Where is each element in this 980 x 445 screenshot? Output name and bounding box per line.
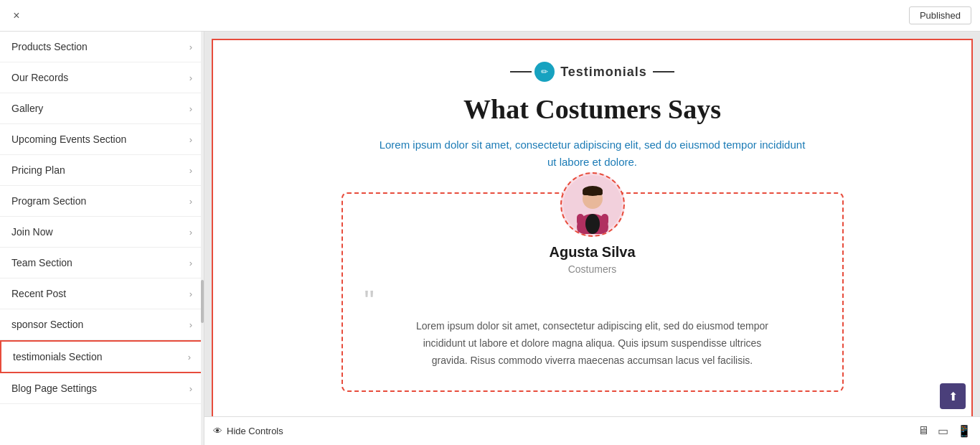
chevron-right-icon: ›: [188, 352, 191, 362]
sidebar-item-label: Upcoming Events Section: [11, 134, 126, 145]
heading-line-right: [653, 71, 674, 72]
chevron-right-icon: ›: [189, 72, 192, 83]
close-button[interactable]: ×: [9, 8, 24, 24]
right-line: [653, 71, 674, 72]
mobile-icon[interactable]: 📱: [957, 424, 971, 438]
svg-point-2: [585, 214, 600, 234]
sidebar-item-label: Our Records: [11, 72, 68, 83]
heading-line-left: ✏: [510, 62, 555, 82]
left-line: [510, 71, 532, 72]
sidebar-item-sponsor-section[interactable]: sponsor Section ›: [0, 309, 204, 340]
chevron-right-icon: ›: [189, 103, 192, 114]
person-name: Agusta Silva: [549, 244, 635, 261]
chevron-right-icon: ›: [189, 196, 192, 207]
avatar-container: [560, 172, 625, 237]
desktop-icon[interactable]: 🖥: [918, 424, 929, 438]
sidebar: Products Section › Our Records › Gallery…: [0, 32, 204, 445]
quote-icon: ": [364, 286, 374, 315]
quote-text: Lorem ipsum dolor sit amet, consectetur …: [406, 318, 779, 369]
sidebar-item-our-records[interactable]: Our Records ›: [0, 62, 204, 93]
chevron-right-icon: ›: [189, 227, 192, 238]
sidebar-item-join-now[interactable]: Join Now ›: [0, 217, 204, 248]
section-label: Testimonials: [560, 65, 647, 80]
sidebar-item-label: Join Now: [11, 226, 53, 238]
sidebar-item-program-section[interactable]: Program Section ›: [0, 186, 204, 217]
sidebar-item-recent-post[interactable]: Recent Post ›: [0, 278, 204, 309]
sidebar-item-testimonials-section[interactable]: testimonials Section ›: [0, 340, 204, 373]
sidebar-item-label: Recent Post: [11, 288, 66, 299]
sidebar-scrollbar[interactable]: [201, 32, 204, 445]
subtitle-text: Lorem ipsum dolor sit amet, consectetur …: [377, 136, 808, 171]
sidebar-item-label: Products Section: [11, 41, 88, 52]
sidebar-scrollbar-thumb: [201, 280, 204, 323]
sidebar-item-pricing-plan[interactable]: Pricing Plan ›: [0, 155, 204, 186]
avatar: [560, 172, 625, 237]
svg-rect-6: [577, 214, 584, 225]
content-frame: ✏ Testimonials What Costumers Says Lorem…: [212, 39, 973, 416]
section-heading: ✏ Testimonials: [510, 62, 674, 82]
tablet-icon[interactable]: ▭: [938, 424, 948, 438]
testimonial-card: Agusta Silva Costumers " Lorem ipsum dol…: [341, 192, 844, 392]
sidebar-item-gallery[interactable]: Gallery ›: [0, 93, 204, 124]
sidebar-item-label: Gallery: [11, 103, 43, 114]
person-image: [563, 175, 622, 234]
chevron-right-icon: ›: [189, 258, 192, 268]
bottom-bar: 👁 Hide Controls 🖥 ▭ 📱: [204, 416, 980, 445]
chevron-right-icon: ›: [189, 42, 192, 52]
sidebar-item-label: sponsor Section: [11, 319, 83, 330]
eye-icon: 👁: [213, 426, 222, 436]
upload-button[interactable]: ⬆: [940, 383, 966, 409]
sidebar-item-upcoming-events[interactable]: Upcoming Events Section ›: [0, 124, 204, 155]
device-icons: 🖥 ▭ 📱: [918, 424, 971, 438]
main-title: What Costumers Says: [463, 93, 721, 125]
chevron-right-icon: ›: [189, 134, 192, 145]
sidebar-item-team-section[interactable]: Team Section ›: [0, 248, 204, 278]
sidebar-item-label: Pricing Plan: [11, 164, 65, 176]
main-layout: Products Section › Our Records › Gallery…: [0, 32, 980, 445]
svg-rect-5: [583, 191, 603, 195]
chevron-right-icon: ›: [189, 165, 192, 176]
hide-controls-button[interactable]: 👁 Hide Controls: [213, 426, 283, 436]
content-area: ✏ Testimonials What Costumers Says Lorem…: [204, 32, 980, 416]
svg-rect-7: [601, 214, 608, 225]
sidebar-item-label: Blog Page Settings: [11, 383, 97, 394]
chevron-right-icon: ›: [189, 383, 192, 394]
chevron-right-icon: ›: [189, 319, 192, 330]
sidebar-item-label: Program Section: [11, 195, 86, 207]
person-role: Costumers: [568, 263, 617, 275]
top-bar: × Published: [0, 0, 980, 32]
sidebar-item-blog-page-settings[interactable]: Blog Page Settings ›: [0, 373, 204, 404]
hide-controls-label: Hide Controls: [227, 426, 283, 436]
pencil-icon: ✏: [534, 62, 555, 82]
sidebar-item-products-section[interactable]: Products Section ›: [0, 32, 204, 62]
published-button[interactable]: Published: [909, 6, 971, 24]
sidebar-item-label: testimonials Section: [13, 351, 103, 362]
sidebar-item-label: Team Section: [11, 257, 72, 268]
chevron-right-icon: ›: [189, 289, 192, 299]
